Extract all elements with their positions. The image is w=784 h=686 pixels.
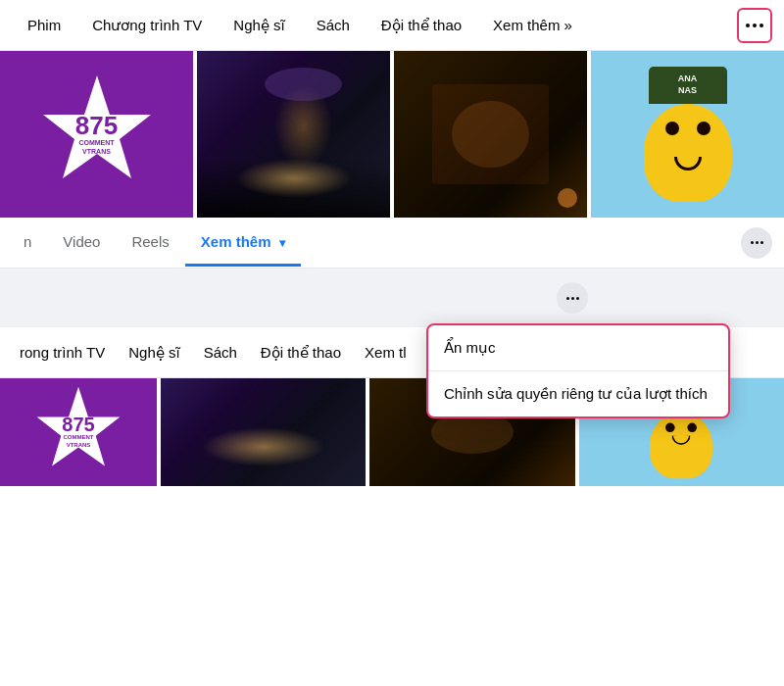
top-nav-items: Phim Chương trình TV Nghệ sĩ Sách Đội th… [16, 11, 584, 40]
video-thumb-ananas-1[interactable]: ANA NAS [591, 51, 784, 218]
second-nav-nghe-si[interactable]: Nghệ sĩ [117, 338, 191, 368]
tab-n[interactable]: n [8, 220, 47, 267]
top-three-dots-button[interactable] [737, 8, 772, 43]
top-video-grid: 875 COMMENT VTRANS ANA NAS [0, 51, 784, 218]
nav-item-doi-the-thao[interactable]: Đội thể thao [369, 11, 473, 40]
bottom-burst-label: COMMENT VTRANS [54, 434, 103, 450]
tab-video[interactable]: Video [47, 220, 116, 267]
dropdown-item-an-muc[interactable]: Ẩn mục [428, 325, 728, 370]
small-dot-2 [756, 241, 759, 244]
dropdown-item-chinh-sua[interactable]: Chỉnh sửa quyền riêng tư của lượt thích [428, 371, 728, 416]
bottom-burst-number: 875 [54, 415, 103, 434]
content-dot-1 [566, 297, 569, 300]
dot-2 [753, 24, 757, 27]
small-dot-1 [751, 241, 754, 244]
burst-label: COMMENT VTRANS [65, 138, 128, 156]
content-three-dots-button[interactable] [557, 282, 588, 314]
dropdown-menu: Ẩn mục Chỉnh sửa quyền riêng tư của lượt… [426, 323, 730, 418]
video-thumb-purple[interactable]: 875 COMMENT VTRANS [0, 51, 193, 218]
video-thumb-room[interactable] [394, 51, 587, 218]
second-nav-doi-the-thao[interactable]: Đội thể thao [249, 338, 353, 368]
dot-1 [746, 24, 750, 27]
video-thumb-concert-1[interactable] [197, 51, 390, 218]
bottom-thumb-concert[interactable] [161, 378, 366, 486]
nav-item-sach[interactable]: Sách [305, 11, 362, 39]
ananas-hat-text: ANA NAS [678, 74, 698, 96]
tabs-section: n Video Reels Xem thêm ▾ [0, 218, 784, 269]
tab-more-dots-button[interactable] [741, 227, 772, 259]
second-nav-xem-them[interactable]: Xem tl [353, 338, 418, 367]
nav-item-phim[interactable]: Phim [16, 11, 73, 39]
dot-3 [760, 24, 763, 27]
small-dot-3 [760, 241, 763, 244]
content-dot-3 [576, 297, 579, 300]
content-dot-2 [571, 297, 574, 300]
content-area [0, 269, 784, 327]
second-nav-sach[interactable]: Sách [192, 338, 249, 367]
nav-item-chuong-trinh-tv[interactable]: Chương trình TV [80, 11, 214, 40]
nav-item-nghe-si[interactable]: Nghệ sĩ [221, 11, 296, 40]
nav-item-xem-them[interactable]: Xem thêm » [481, 11, 584, 39]
second-nav-chuong-trinh-tv[interactable]: rong trình TV [8, 338, 117, 367]
tab-reels[interactable]: Reels [116, 220, 184, 267]
tab-xem-them[interactable]: Xem thêm ▾ [185, 220, 301, 267]
bottom-thumb-purple[interactable]: 875 COMMENT VTRANS [0, 378, 157, 486]
burst-number: 875 [65, 113, 128, 138]
top-nav-bar: Phim Chương trình TV Nghệ sĩ Sách Đội th… [0, 0, 784, 51]
